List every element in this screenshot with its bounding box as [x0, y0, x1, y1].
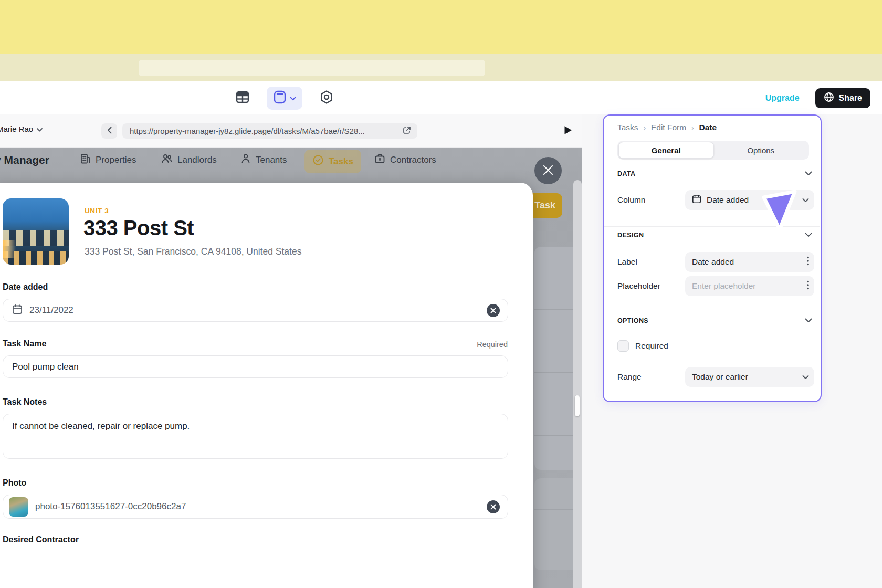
task-notes-label: Task Notes — [3, 397, 47, 407]
view-switcher — [231, 81, 338, 114]
settings-hexagon-icon — [319, 90, 334, 106]
layout-icon — [273, 90, 287, 107]
inspector-tabs: General Options — [617, 141, 809, 160]
photo-field[interactable]: photo-1576013551627-0cc20b96c2a7 — [3, 495, 508, 519]
nav-item-tenants[interactable]: Tenants — [240, 153, 287, 166]
globe-icon — [824, 92, 834, 104]
property-photo — [3, 198, 69, 265]
chevron-down-icon — [802, 195, 809, 205]
play-icon — [564, 125, 572, 136]
tab-options[interactable]: Options — [714, 142, 808, 159]
url-text: https://property-manager-jy8z.glide.page… — [130, 127, 397, 135]
calendar-icon — [12, 304, 23, 317]
task-notes-value: If cannot be cleaned, repair or replace … — [12, 421, 190, 431]
clear-photo-button[interactable] — [487, 500, 500, 513]
data-editor-button[interactable] — [231, 87, 254, 110]
property-address: 333 Post St, San Francisco, CA 94108, Un… — [85, 246, 301, 257]
chevron-down-icon[interactable] — [805, 230, 812, 239]
calendar-icon — [692, 194, 701, 206]
person-icon — [240, 153, 251, 166]
external-link-icon — [403, 126, 411, 136]
nav-item-contractors[interactable]: Contractors — [374, 153, 436, 167]
edit-form-modal: UNIT 3 333 Post St 333 Post St, San Fran… — [0, 183, 533, 588]
url-bar[interactable]: https://property-manager-jy8z.glide.page… — [122, 123, 417, 139]
upgrade-link[interactable]: Upgrade — [765, 93, 800, 103]
task-name-field[interactable]: Pool pump clean — [3, 355, 508, 378]
briefcase-icon — [374, 153, 385, 167]
date-added-field[interactable]: 23/11/2022 — [3, 299, 508, 322]
top-banner — [0, 0, 882, 54]
app-nav: y Manager Properties Landlords Tenants — [0, 148, 582, 175]
close-icon — [542, 164, 554, 177]
back-button[interactable] — [101, 123, 117, 139]
check-circle-icon — [312, 154, 324, 169]
range-label: Range — [617, 372, 642, 382]
chevron-down-icon — [802, 372, 809, 382]
design-section-header: DESIGN — [617, 232, 644, 239]
placeholder-value: Enter placeholder — [692, 281, 802, 291]
chevron-right-icon: › — [644, 124, 646, 132]
nav-item-landlords[interactable]: Landlords — [161, 153, 217, 166]
placeholder-row-label: Placeholder — [617, 281, 660, 291]
kebab-menu-icon[interactable] — [807, 280, 809, 292]
required-checkbox[interactable] — [617, 340, 629, 352]
scrollbar-thumb[interactable] — [575, 395, 580, 416]
data-section-header: DATA — [617, 170, 635, 177]
chevron-down-icon — [37, 124, 43, 133]
chevron-down-icon — [290, 93, 296, 103]
profile-name: Marie Rao — [0, 124, 33, 133]
divider — [604, 226, 820, 227]
desired-contractor-label: Desired Contractor — [3, 535, 79, 544]
column-dropdown[interactable]: Date added — [685, 190, 814, 210]
options-section-header: OPTIONS — [617, 317, 648, 324]
building-icon — [80, 153, 91, 167]
task-notes-field[interactable]: If cannot be cleaned, repair or replace … — [3, 414, 508, 459]
chevron-left-icon — [107, 126, 112, 136]
nav-item-tasks[interactable]: Tasks — [304, 150, 361, 173]
label-row-label: Label — [617, 257, 637, 267]
breadcrumb-tasks[interactable]: Tasks — [617, 123, 638, 132]
photo-thumbnail — [9, 497, 28, 517]
nav-label: Properties — [96, 155, 136, 165]
profile-menu[interactable]: Marie Rao — [0, 124, 43, 133]
people-icon — [161, 153, 173, 166]
kebab-menu-icon[interactable] — [807, 256, 809, 268]
toolbar-right: Upgrade Share — [765, 81, 870, 114]
tab-general[interactable]: General — [618, 142, 714, 159]
table-grid-icon — [235, 90, 250, 106]
nav-label: Landlords — [177, 155, 217, 165]
banner-search-bar — [139, 60, 485, 76]
inspector-panel: Tasks › Edit Form › Date General Options… — [603, 114, 822, 402]
nav-label: Contractors — [390, 155, 436, 165]
chevron-down-icon[interactable] — [805, 316, 812, 325]
divider — [604, 308, 820, 308]
property-title: 333 Post St — [83, 216, 194, 240]
settings-button[interactable] — [315, 87, 338, 110]
clear-date-button[interactable] — [487, 304, 500, 317]
breadcrumb-edit-form[interactable]: Edit Form — [651, 123, 686, 132]
photo-value: photo-1576013551627-0cc20b96c2a7 — [35, 501, 480, 512]
required-hint: Required — [477, 340, 508, 349]
unit-label: UNIT 3 — [85, 207, 109, 215]
range-dropdown[interactable]: Today or earlier — [685, 367, 814, 387]
label-value: Date added — [692, 257, 802, 267]
nav-label: Tasks — [329, 156, 353, 167]
screen: Upgrade Share Marie Rao https://property… — [0, 0, 882, 588]
breadcrumb-date: Date — [699, 123, 717, 132]
label-input[interactable]: Date added — [685, 252, 814, 272]
share-button[interactable]: Share — [815, 88, 870, 108]
task-name-label: Task Name — [3, 339, 46, 349]
close-form-button[interactable] — [534, 157, 562, 184]
task-name-value: Pool pump clean — [12, 362, 500, 372]
play-button[interactable] — [561, 123, 575, 139]
share-label: Share — [839, 93, 862, 103]
chevron-down-icon[interactable] — [805, 169, 812, 178]
preview-chrome: Marie Rao https://property-manager-jy8z.… — [0, 114, 582, 148]
nav-item-properties[interactable]: Properties — [80, 153, 136, 167]
app-brand: y Manager — [0, 154, 49, 166]
frame-edge — [573, 180, 582, 588]
photo-label: Photo — [3, 478, 26, 488]
layout-editor-button[interactable] — [267, 87, 302, 110]
chevron-right-icon: › — [691, 124, 694, 132]
placeholder-input[interactable]: Enter placeholder — [685, 276, 814, 296]
